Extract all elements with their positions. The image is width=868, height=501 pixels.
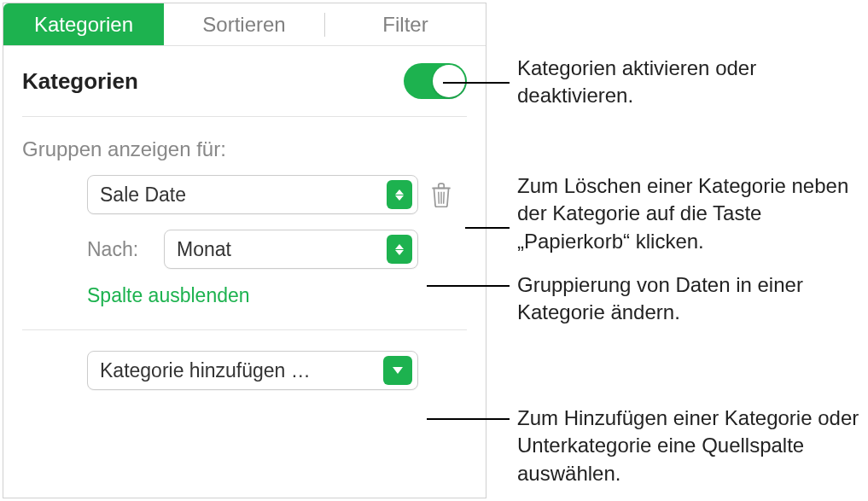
group-field-select[interactable]: Sale Date [87, 175, 418, 214]
callout-line [443, 82, 510, 84]
callout-line [427, 418, 510, 420]
callout-group: Gruppierung von Daten in einer Kategorie… [517, 271, 824, 327]
group-by-value: Monat [177, 238, 387, 261]
toggle-knob [433, 65, 465, 97]
group-by-select[interactable]: Monat [164, 230, 418, 269]
section-title: Kategorien [22, 68, 138, 95]
by-label: Nach: [87, 238, 152, 261]
tab-categories[interactable]: Kategorien [3, 3, 164, 45]
updown-icon [387, 180, 412, 209]
chevron-down-icon [383, 356, 412, 385]
callout-toggle: Kategorien aktivieren oder deaktivieren. [517, 55, 868, 110]
add-category-select[interactable]: Kategorie hinzufügen … [87, 351, 418, 390]
tab-bar: Kategorien Sortieren Filter [3, 3, 486, 46]
callout-line [427, 285, 510, 287]
add-category-label: Kategorie hinzufügen … [100, 359, 383, 382]
groups-label: Gruppen anzeigen für: [22, 137, 467, 161]
updown-icon [387, 235, 412, 264]
trash-icon[interactable] [430, 182, 452, 207]
tab-sort[interactable]: Sortieren [164, 3, 324, 45]
divider [22, 329, 467, 330]
categories-toggle[interactable] [404, 63, 467, 99]
hide-column-link[interactable]: Spalte ausblenden [22, 284, 467, 307]
callout-line [465, 227, 510, 229]
callout-trash: Zum Löschen einer Kategorie neben der Ka… [517, 172, 852, 255]
group-field-value: Sale Date [100, 184, 387, 207]
tab-filter[interactable]: Filter [325, 3, 486, 45]
settings-panel: Kategorien Sortieren Filter Kategorien G… [3, 3, 486, 498]
callout-add: Zum Hinzufügen einer Kategorie oder Unte… [517, 405, 867, 487]
